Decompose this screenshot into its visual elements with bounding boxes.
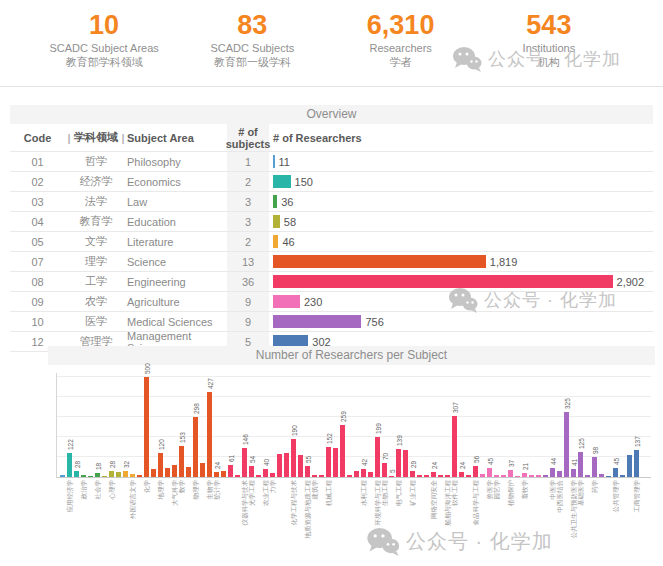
table-row[interactable]: 07理学Science131,819 — [10, 251, 653, 271]
chart-bar[interactable] — [382, 463, 387, 477]
chart-bar[interactable] — [305, 466, 310, 477]
chart-bar[interactable] — [130, 474, 135, 477]
chart-bar[interactable] — [368, 472, 373, 477]
chart-bar[interactable] — [333, 448, 338, 477]
chart-bar[interactable] — [88, 476, 93, 478]
chart-bar[interactable] — [445, 475, 450, 477]
chart-bar[interactable] — [529, 475, 534, 477]
chart-bar[interactable] — [410, 471, 415, 477]
chart-bar[interactable] — [508, 470, 513, 477]
chart-bar[interactable] — [536, 475, 541, 477]
table-row[interactable]: 09农学Agriculture9230 — [10, 291, 653, 311]
table-row[interactable]: 01哲学Philosophy111 — [10, 151, 653, 171]
chart-bar[interactable] — [585, 475, 590, 477]
chart-bar[interactable] — [340, 425, 345, 477]
chart-bar[interactable] — [228, 465, 233, 477]
chart-bar[interactable] — [501, 475, 506, 477]
chart-bar[interactable] — [165, 468, 170, 477]
chart-bar[interactable] — [375, 437, 380, 477]
chart-bar[interactable] — [291, 439, 296, 477]
researchers-bar[interactable] — [273, 155, 275, 168]
chart-bar[interactable] — [389, 476, 394, 478]
chart-bar[interactable] — [361, 469, 366, 477]
chart-bar[interactable] — [571, 469, 576, 477]
table-row[interactable]: 03法学Law336 — [10, 191, 653, 211]
chart-bar[interactable] — [515, 476, 520, 478]
chart-bar[interactable] — [151, 469, 156, 477]
chart-bar[interactable] — [466, 475, 471, 477]
chart-bar[interactable] — [179, 446, 184, 477]
chart-bar[interactable] — [284, 453, 289, 477]
chart-bar[interactable] — [235, 475, 240, 477]
chart-bar[interactable] — [613, 468, 618, 477]
chart-bar[interactable] — [256, 475, 261, 477]
researchers-bar[interactable] — [273, 295, 300, 308]
chart-bar[interactable] — [193, 417, 198, 477]
chart-bar[interactable] — [599, 474, 604, 477]
chart-bar[interactable] — [74, 471, 79, 477]
chart-bar[interactable] — [312, 475, 317, 477]
chart-bar[interactable] — [102, 476, 107, 478]
chart-bar[interactable] — [263, 469, 268, 477]
chart-bar[interactable] — [487, 468, 492, 477]
table-row[interactable]: 08工学Engineering362,902 — [10, 271, 653, 291]
chart-bar[interactable] — [354, 471, 359, 477]
chart-bar[interactable] — [277, 454, 282, 477]
chart-bar[interactable] — [326, 447, 331, 477]
chart-bar[interactable] — [620, 475, 625, 477]
chart-bar[interactable] — [480, 474, 485, 477]
chart-bar[interactable] — [459, 472, 464, 477]
chart-bar[interactable] — [137, 475, 142, 477]
researchers-bar[interactable] — [273, 195, 277, 208]
chart-bar[interactable] — [67, 453, 72, 477]
researchers-bar[interactable] — [273, 275, 613, 288]
researchers-bar[interactable] — [273, 235, 278, 248]
table-row[interactable]: 02经济学Economics2150 — [10, 171, 653, 191]
chart-bar[interactable] — [634, 450, 639, 477]
researchers-bar[interactable] — [273, 215, 280, 228]
chart-bar[interactable] — [578, 452, 583, 477]
chart-bar[interactable] — [494, 475, 499, 477]
chart-bar[interactable] — [431, 472, 436, 477]
chart-bar[interactable] — [207, 392, 212, 477]
chart-bar[interactable] — [627, 455, 632, 477]
chart-bar[interactable] — [298, 455, 303, 477]
table-row[interactable]: 05文学Literature246 — [10, 231, 653, 251]
chart-bar[interactable] — [109, 471, 114, 477]
chart-bar[interactable] — [557, 471, 562, 477]
chart-bar[interactable] — [158, 453, 163, 477]
chart-bar[interactable] — [116, 472, 121, 477]
chart-bar[interactable] — [214, 472, 219, 477]
chart-bar[interactable] — [144, 377, 149, 477]
table-row[interactable]: 04教育学Education358 — [10, 211, 653, 231]
researchers-bar[interactable] — [273, 255, 486, 268]
chart-bar[interactable] — [123, 471, 128, 477]
chart-bar[interactable] — [606, 476, 611, 478]
chart-bar[interactable] — [396, 449, 401, 477]
chart-bar[interactable] — [424, 475, 429, 477]
researchers-bar[interactable] — [273, 175, 291, 188]
chart-bar[interactable] — [270, 473, 275, 477]
chart-bar[interactable] — [172, 465, 177, 477]
researchers-bar[interactable] — [273, 315, 361, 328]
chart-bar[interactable] — [438, 475, 443, 477]
chart-bar[interactable] — [200, 463, 205, 477]
chart-bar[interactable] — [60, 475, 65, 477]
chart-bar[interactable] — [592, 457, 597, 477]
chart-bar[interactable] — [186, 467, 191, 477]
chart-bar[interactable] — [81, 475, 86, 477]
chart-bar[interactable] — [543, 475, 548, 477]
chart-bar[interactable] — [347, 475, 352, 477]
chart-bar[interactable] — [473, 466, 478, 477]
chart-bar[interactable] — [249, 466, 254, 477]
chart-bar[interactable] — [221, 471, 226, 477]
chart-bar[interactable] — [242, 448, 247, 477]
chart-bar[interactable] — [95, 473, 100, 477]
chart-bar[interactable] — [522, 473, 527, 477]
chart-bar[interactable] — [564, 412, 569, 477]
chart-bar[interactable] — [403, 450, 408, 477]
chart-bar[interactable] — [319, 475, 324, 477]
chart-bar[interactable] — [452, 416, 457, 477]
chart-bar[interactable] — [417, 475, 422, 477]
table-row[interactable]: 10医学Medical Sciences9756 — [10, 311, 653, 331]
